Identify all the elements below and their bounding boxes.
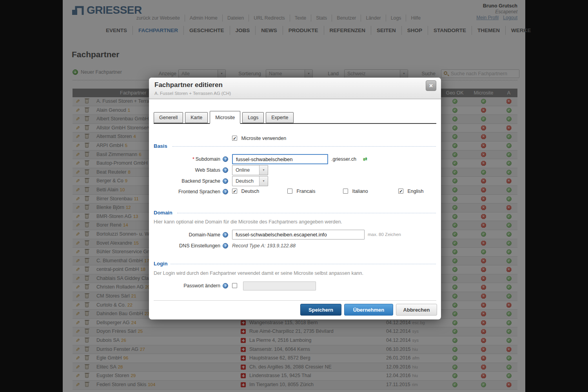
help-icon[interactable]: ? [223, 283, 228, 289]
sprache-english-checkbox[interactable]: ✓ [398, 189, 403, 194]
help-icon[interactable]: ? [223, 156, 228, 162]
help-icon[interactable]: ? [223, 232, 228, 238]
login-description: Der Login wird durch den Fachpartner ver… [154, 270, 363, 276]
chevron-down-icon: ▼ [259, 176, 268, 186]
tab-microsite[interactable]: Microsite [210, 111, 240, 124]
subdomain-input[interactable] [232, 154, 328, 164]
help-icon[interactable]: ? [223, 243, 228, 249]
save-button[interactable]: Speichern [300, 304, 341, 316]
sprache-francais-checkbox[interactable] [287, 189, 292, 194]
frontend-sprachen-label: Frontend Sprachen [149, 189, 220, 195]
subdomain-label: *Subdomain [149, 154, 220, 164]
tab-generell[interactable]: Generell [154, 112, 183, 123]
domain-heading: Domain [154, 210, 172, 216]
modal-tabs: GenerellKarteMicrositeLogsExperte [154, 111, 436, 124]
dns-value: Record Type A: 193.9.122.88 [232, 243, 296, 249]
tab-karte[interactable]: Karte [185, 112, 208, 123]
login-divider [171, 264, 436, 264]
basis-divider [172, 146, 436, 147]
basis-heading: Basis [154, 143, 167, 149]
close-icon[interactable]: × [426, 80, 436, 91]
sprache-deutsch-checkbox[interactable]: ✓ [232, 189, 237, 194]
domain-name-input[interactable] [232, 230, 365, 240]
help-icon[interactable]: ? [223, 167, 228, 173]
modal-header: Fachpartner editieren A. Fussel Storen +… [149, 78, 441, 99]
sprache-italiano-checkbox[interactable] [343, 189, 348, 194]
passwort-input[interactable] [243, 281, 316, 290]
login-heading: Login [154, 261, 167, 267]
help-icon[interactable]: ? [223, 189, 228, 194]
tab-experte[interactable]: Experte [266, 112, 294, 123]
modal-title: Fachpartner editieren [154, 81, 223, 89]
fachpartner-edit-modal: Fachpartner editieren A. Fussel Storen +… [149, 78, 441, 319]
help-icon[interactable]: ? [223, 178, 228, 184]
apply-button[interactable]: Übernehmen [344, 304, 393, 316]
web-status-select[interactable]: Online ▼ [232, 165, 268, 175]
domain-transfer-icon[interactable]: ⇄ [363, 154, 367, 164]
domain-description: Hier kann optional eine Domain für die M… [154, 219, 342, 225]
domain-name-label: Domain-Name [149, 230, 220, 240]
chevron-down-icon: ▼ [259, 165, 268, 175]
backend-sprache-select[interactable]: Deutsch ▼ [232, 176, 268, 186]
footer-divider [154, 300, 436, 301]
web-status-label: Web Status [149, 165, 220, 175]
cancel-button[interactable]: Abbrechen [396, 304, 437, 316]
subdomain-suffix: .griesser.ch [331, 154, 356, 164]
domain-name-hint: max. 80 Zeichen [368, 230, 401, 240]
microsite-verwenden-checkbox[interactable]: ✓ [232, 136, 237, 141]
microsite-verwenden-label: Microsite verwenden [241, 136, 286, 141]
tab-logs[interactable]: Logs [242, 112, 264, 123]
passwort-aendern-label: Passwort ändern [149, 281, 220, 290]
modal-subtitle: A. Fussel Storen + Terrassen AG (CH) [154, 91, 231, 96]
backend-sprache-label: Backend Sprache [149, 176, 220, 186]
dns-label: DNS Einstellungen [149, 243, 220, 249]
passwort-aendern-checkbox[interactable] [232, 283, 237, 288]
domain-divider [177, 213, 436, 213]
